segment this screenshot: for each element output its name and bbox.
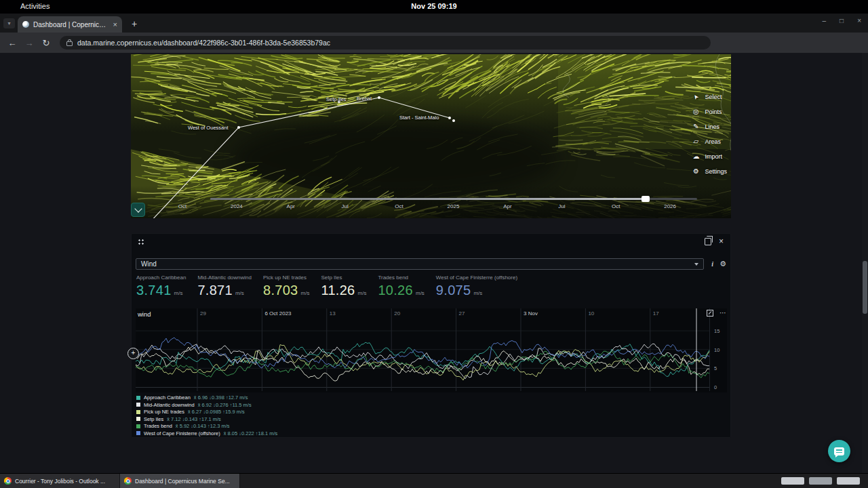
route-point[interactable] [452, 119, 455, 122]
legend-stats: x̄ 5.92 ↓0.143 ↑12.3 m/s [176, 423, 230, 429]
taskbar-button[interactable]: Courrier - Tony Jolibois - Outlook ... [0, 474, 120, 488]
duplicate-widget-icon[interactable] [705, 238, 711, 245]
os-clock[interactable]: Nov 25 09:19 [411, 2, 456, 10]
chart-zoom-button[interactable]: + [127, 348, 139, 359]
route-point[interactable] [448, 117, 451, 119]
metric-value: 7.871 [197, 283, 233, 298]
svg-text:6 Oct 2023: 6 Oct 2023 [264, 310, 292, 317]
map-toolbar: ➤Select◎Points✎Lines▱Areas☁Import⚙Settin… [692, 94, 727, 175]
metric: Trades bend10.26m/s [378, 274, 424, 298]
url-field[interactable]: data.marine.copernicus.eu/dashboard/422f… [60, 36, 711, 49]
page-scrollbar-thumb[interactable] [863, 261, 867, 314]
chart-legend: Approach Caribbeanx̄ 6.96 ↓0.398 ↑12.7 m… [136, 394, 277, 436]
tab-search-button[interactable]: ▾ [3, 18, 15, 28]
chart-menu-icon[interactable]: ⋯ [719, 310, 726, 316]
taskbar-button-title: Courrier - Tony Jolibois - Outlook ... [15, 478, 105, 485]
info-icon[interactable]: i [711, 260, 713, 268]
activities-button[interactable]: Activities [20, 2, 50, 10]
map-toolbar-item-label: Lines [705, 123, 719, 130]
wind-chart[interactable]: wind ⋯ 296 Oct 20231320273 Nov1017151050 [136, 308, 727, 392]
metric-value-row: 10.26m/s [378, 283, 424, 298]
page-scrollbar-track[interactable] [862, 53, 868, 474]
metric-label: Setp îles [321, 274, 366, 281]
map-toolbar-item-areas[interactable]: ▱Areas [692, 138, 727, 145]
site-info-icon[interactable] [66, 41, 73, 46]
chrome-icon [124, 477, 132, 485]
route-point[interactable] [378, 96, 380, 99]
legend-name: Trades bend [144, 423, 172, 429]
legend-item[interactable]: Trades bendx̄ 5.92 ↓0.143 ↑12.3 m/s [136, 423, 277, 429]
legend-name: Approach Caribbean [144, 394, 191, 401]
metric-unit: m/s [235, 290, 244, 296]
collapse-map-button[interactable] [131, 203, 145, 217]
legend-item[interactable]: Setp îlesx̄ 7.12 ↓0.143 ↑17.1 m/s [136, 416, 277, 422]
drag-handle-icon[interactable] [138, 239, 145, 246]
chart-expand-icon[interactable] [707, 310, 713, 317]
browser-tab[interactable]: Dashboard | Copernicus M × [18, 16, 122, 33]
taskbar-chip[interactable] [809, 477, 832, 485]
metric: Mid-Atlantic downwind7.871m/s [197, 274, 252, 298]
metric: Setp îles11.26m/s [321, 274, 366, 298]
reload-button[interactable]: ↻ [41, 38, 51, 48]
variable-select-value: Wind [141, 260, 157, 268]
legend-name: Setp îles [144, 416, 163, 422]
legend-item[interactable]: Approach Caribbeanx̄ 6.96 ↓0.398 ↑12.7 m… [136, 394, 277, 401]
select-side-icons: i ⚙ [711, 258, 726, 270]
metric-value-row: 3.741m/s [136, 283, 186, 298]
metric: Approach Caribbean3.741m/s [136, 274, 186, 298]
metric-value: 9.075 [436, 283, 471, 298]
map-toolbar-item-lines[interactable]: ✎Lines [692, 123, 727, 130]
os-top-bar: Activities Nov 25 09:19 [0, 0, 868, 14]
route-point[interactable] [237, 126, 240, 129]
map-toolbar-item-settings[interactable]: ⚙Settings [692, 167, 727, 175]
metric-label: Trades bend [378, 274, 424, 281]
variable-select[interactable]: Wind [136, 258, 704, 270]
taskbar-chip[interactable] [837, 477, 860, 485]
map-toolbar-item-import[interactable]: ☁Import [692, 152, 727, 160]
map-toolbar-item-points[interactable]: ◎Points [692, 108, 727, 115]
metric-value: 8.703 [263, 283, 298, 298]
metric-unit: m/s [473, 290, 482, 296]
taskbar-chip[interactable] [781, 477, 804, 485]
forward-button[interactable]: → [24, 38, 34, 48]
back-button[interactable]: ← [7, 38, 17, 48]
legend-item[interactable]: Mid-Atlantic downwindx̄ 6.92 ↓0.276 ↑11.… [136, 402, 277, 408]
chat-button[interactable] [828, 440, 850, 462]
svg-text:13: 13 [330, 310, 336, 317]
window-controls: – □ × [823, 17, 861, 24]
timeline-handle[interactable] [642, 196, 650, 202]
route-label: Bréhat [357, 96, 372, 102]
metric-unit: m/s [416, 290, 425, 296]
timeline-tick-label: Jul [342, 203, 349, 209]
timeline-tick-label: Oct [178, 203, 186, 209]
taskbar-button[interactable]: Dashboard | Copernicus Marine Se... [120, 474, 240, 488]
timeline-slider[interactable] [210, 198, 697, 200]
wind-map[interactable]: West of OuessantSetp-îlesBréhatStart - S… [131, 54, 731, 218]
desktop: Activities Nov 25 09:19 ▾ Dashboard | Co… [0, 0, 868, 488]
new-tab-button[interactable]: + [127, 18, 141, 31]
chart-title: wind [138, 310, 151, 318]
window-close-button[interactable]: × [857, 17, 861, 24]
map-toolbar-item-label: Areas [705, 138, 721, 145]
legend-item[interactable]: West of Cape Finisterre (offshore)x̄ 8.0… [136, 430, 277, 436]
polygon-icon: ▱ [692, 138, 700, 145]
svg-text:3 Nov: 3 Nov [524, 310, 538, 317]
metric-value: 3.741 [136, 283, 172, 298]
legend-item[interactable]: Pick up NE tradesx̄ 6.27 ↓0.0985 ↑15.9 m… [136, 409, 277, 415]
widget-settings-icon[interactable]: ⚙ [719, 260, 726, 268]
window-maximize-button[interactable]: □ [840, 17, 844, 24]
metric-label: Pick up NE trades [263, 274, 309, 281]
taskbar-buttons: Courrier - Tony Jolibois - Outlook ...Da… [0, 474, 240, 488]
window-minimize-button[interactable]: – [823, 17, 827, 24]
timeline-tick-label: Jul [558, 203, 565, 209]
map-toolbar-item-select[interactable]: ➤Select [692, 94, 727, 100]
wind-widget-card: × Wind i ⚙ Approach Caribbean3.741m/sMid… [131, 233, 731, 438]
cursor-icon: ➤ [691, 92, 701, 102]
tab-close-icon[interactable]: × [113, 20, 117, 28]
legend-stats: x̄ 6.96 ↓0.398 ↑12.7 m/s [194, 394, 248, 401]
close-widget-icon[interactable]: × [719, 238, 724, 245]
metric-unit: m/s [174, 290, 183, 296]
taskbar: Courrier - Tony Jolibois - Outlook ...Da… [0, 473, 868, 488]
legend-swatch [136, 410, 140, 414]
metric-value-row: 8.703m/s [263, 283, 309, 298]
